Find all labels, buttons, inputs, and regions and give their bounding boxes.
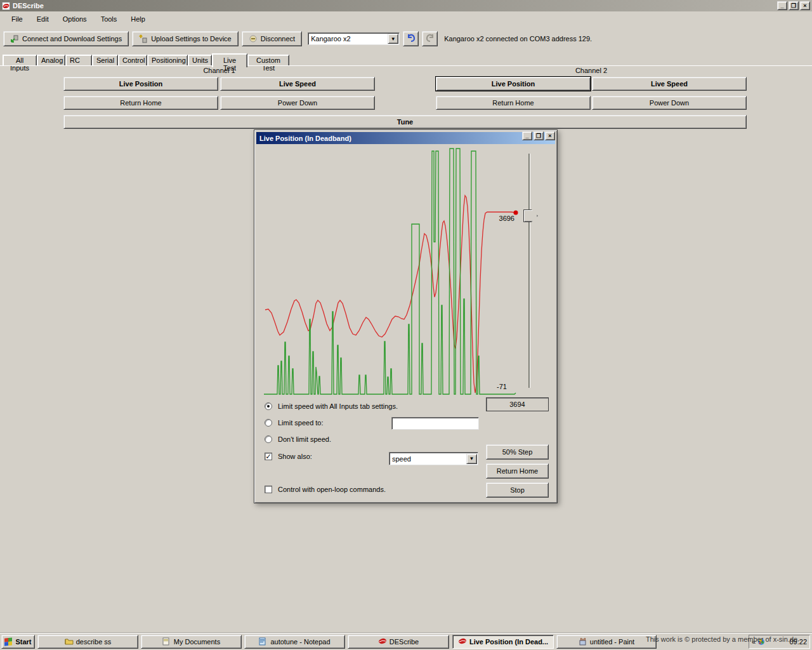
- taskbar-item-describe[interactable]: DEScribe: [348, 635, 449, 649]
- radio-icon: [265, 435, 272, 443]
- ch2-power-down-button[interactable]: Power Down: [592, 96, 747, 110]
- show-also-checkbox[interactable]: ✓ Show also:: [265, 453, 312, 460]
- connect-icon: [10, 34, 19, 43]
- tab-serial[interactable]: Serial: [92, 55, 118, 66]
- connect-download-label: Connect and Download Settings: [22, 35, 122, 43]
- taskbar-item-label: Live Position (In Dead...: [469, 638, 548, 646]
- folder-icon: [65, 637, 74, 646]
- upload-settings-label: Upload Settings to Device: [151, 35, 232, 43]
- taskbar-item-label: DEScribe: [390, 638, 419, 646]
- ch2-live-speed-button[interactable]: Live Speed: [592, 77, 747, 91]
- menu-file[interactable]: File: [5, 13, 29, 25]
- ch1-live-speed-button[interactable]: Live Speed: [220, 77, 375, 91]
- paint-icon: [579, 637, 587, 646]
- menu-tools[interactable]: Tools: [95, 13, 124, 25]
- checkbox-checked-icon: ✓: [265, 453, 272, 460]
- tab-all-inputs[interactable]: All Inputs: [3, 55, 37, 66]
- describe-icon: [378, 637, 387, 646]
- chevron-down-icon[interactable]: ▼: [388, 34, 398, 44]
- tune-button[interactable]: Tune: [63, 115, 747, 129]
- live-position-dialog: Live Position (In Deadband) _ ❐ × 3696 -…: [254, 129, 558, 503]
- disconnect-button[interactable]: Disconnect: [242, 31, 302, 46]
- live-position-chart: [258, 147, 519, 399]
- dialog-minimize-icon[interactable]: _: [522, 131, 532, 140]
- main-window-title: DEScribe: [13, 2, 44, 10]
- open-loop-label: Control with open-loop commands.: [278, 486, 386, 493]
- channel2-label: Channel 2: [436, 67, 747, 75]
- disconnect-label: Disconnect: [261, 35, 295, 43]
- show-also-value: speed: [390, 455, 466, 463]
- step-button[interactable]: 50% Step: [486, 444, 549, 460]
- menu-edit[interactable]: Edit: [30, 13, 55, 25]
- upload-settings-button[interactable]: Upload Settings to Device: [132, 31, 239, 46]
- menu-options[interactable]: Options: [56, 13, 93, 25]
- dialog-close-icon[interactable]: ×: [545, 131, 555, 140]
- tab-live-test[interactable]: Live Test: [212, 53, 247, 67]
- tab-custom-test[interactable]: Custom Test: [247, 55, 289, 66]
- ch1-return-home-button[interactable]: Return Home: [63, 96, 218, 110]
- show-also-label: Show also:: [278, 453, 312, 460]
- position-readout[interactable]: 3694: [486, 397, 549, 411]
- dialog-title: Live Position (In Deadband): [259, 135, 351, 142]
- tab-positioning[interactable]: Positioning: [147, 55, 188, 66]
- taskbar-item-autotune-notepad[interactable]: autotune - Notepad: [244, 635, 345, 649]
- dialog-titlebar[interactable]: Live Position (In Deadband): [256, 132, 555, 144]
- ch2-return-home-button[interactable]: Return Home: [436, 96, 591, 110]
- main-window-titlebar[interactable]: DEScribe _ ❐ ×: [0, 0, 812, 11]
- menubar: File Edit Options Tools Help: [0, 11, 812, 27]
- show-also-select[interactable]: speed ▼: [389, 452, 478, 465]
- series-speed: [264, 149, 516, 394]
- taskbar-item-untitled-paint[interactable]: untitled - Paint: [556, 635, 657, 649]
- app-icon: [2, 2, 10, 10]
- radio-icon: [265, 402, 272, 410]
- close-icon[interactable]: ×: [800, 1, 810, 10]
- channel1-label: Channel 1: [63, 67, 375, 75]
- limit-speed-input[interactable]: [391, 417, 479, 430]
- upload-icon: [139, 34, 148, 43]
- radio-limit-speed-to[interactable]: Limit speed to:: [265, 419, 324, 427]
- start-button[interactable]: Start: [1, 635, 35, 649]
- tab-rc[interactable]: RC: [65, 55, 92, 66]
- ch1-live-position-button[interactable]: Live Position: [63, 77, 218, 91]
- open-loop-checkbox[interactable]: Control with open-loop commands.: [265, 486, 386, 493]
- return-home-button[interactable]: Return Home: [486, 463, 549, 479]
- restore-icon[interactable]: ❐: [789, 1, 799, 10]
- radio-limit-all-inputs[interactable]: Limit speed with All Inputs tab settings…: [265, 402, 398, 410]
- taskbar-item-label: untitled - Paint: [590, 638, 634, 646]
- taskbar-item-my-documents[interactable]: My Documents: [141, 635, 242, 649]
- radio-icon: [265, 419, 272, 427]
- radio-dont-limit-label: Don't limit speed.: [278, 435, 331, 443]
- windows-logo-icon: [4, 637, 13, 646]
- tab-control[interactable]: Control: [118, 55, 147, 66]
- minimize-icon[interactable]: _: [777, 1, 787, 10]
- undo-button[interactable]: [403, 31, 419, 46]
- radio-limit-speed-to-label: Limit speed to:: [278, 419, 324, 427]
- taskbar-item-label: describe ss: [76, 638, 112, 646]
- taskbar-item-label: autotune - Notepad: [270, 638, 330, 646]
- tab-analog[interactable]: Analog: [37, 55, 65, 66]
- chevron-down-icon[interactable]: ▼: [466, 454, 477, 464]
- device-select[interactable]: Kangaroo x2 ▼: [308, 32, 400, 45]
- chart-cursor-value: 3696: [484, 215, 514, 222]
- redo-icon: [425, 34, 435, 44]
- connect-download-button[interactable]: Connect and Download Settings: [3, 31, 129, 46]
- position-slider-track[interactable]: [528, 154, 530, 388]
- undo-icon: [406, 34, 416, 44]
- start-label: Start: [15, 638, 31, 646]
- stop-button[interactable]: Stop: [486, 482, 549, 498]
- position-slider-thumb[interactable]: [523, 209, 538, 222]
- redo-button[interactable]: [422, 31, 438, 46]
- menu-help[interactable]: Help: [124, 13, 152, 25]
- tab-units[interactable]: Units: [188, 55, 212, 66]
- dialog-maximize-icon[interactable]: ❐: [534, 131, 544, 140]
- taskbar-item-label: My Documents: [174, 638, 220, 646]
- chart-min-value: -71: [497, 383, 516, 390]
- ch1-power-down-button[interactable]: Power Down: [220, 96, 375, 110]
- watermark: This work is © protected by a member of …: [646, 635, 811, 643]
- disconnect-icon: [249, 34, 258, 43]
- taskbar-item-live-position[interactable]: Live Position (In Dead...: [452, 635, 554, 649]
- radio-dont-limit[interactable]: Don't limit speed.: [265, 435, 331, 443]
- ch2-live-position-button[interactable]: Live Position: [436, 77, 591, 91]
- taskbar-item-describe-ss[interactable]: describe ss: [37, 635, 138, 649]
- tab-strip: All Inputs Analog RC Serial Control Posi…: [3, 53, 289, 66]
